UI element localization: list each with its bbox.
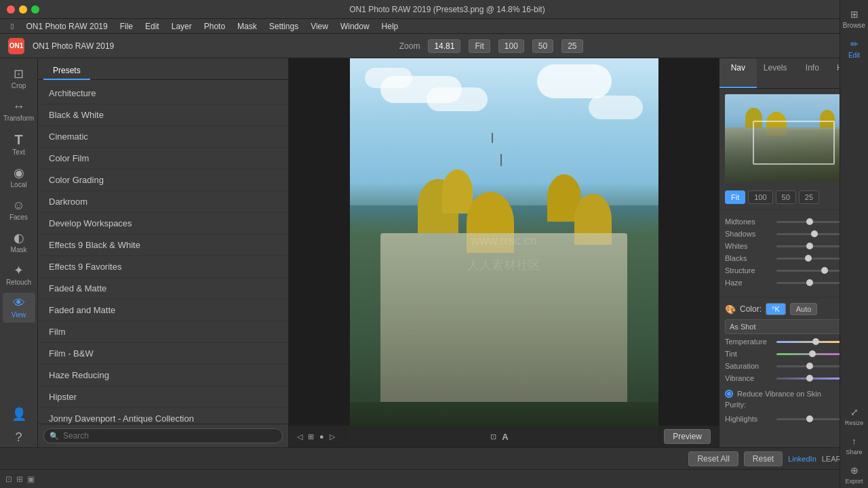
mask-icon: ◐ <box>14 232 24 244</box>
canvas-page-indicator: ● <box>319 432 324 441</box>
menu-view[interactable]: View <box>305 20 334 33</box>
local-tool[interactable]: ◉ Local <box>3 163 35 192</box>
presets-list: ArchitectureBlack & WhiteCinematicColor … <box>38 80 288 424</box>
preview-button[interactable]: Preview <box>664 429 711 444</box>
resize-label: Resize <box>845 420 864 426</box>
presets-search: 🔍 <box>38 424 288 447</box>
highlights-slider[interactable] <box>776 414 842 424</box>
canvas-left-btn[interactable]: ◁ <box>297 432 302 441</box>
crop-tool[interactable]: ⊡ Crop <box>3 64 35 94</box>
faces-label: Faces <box>9 214 28 221</box>
menu-file[interactable]: File <box>115 20 138 33</box>
list-item[interactable]: Effects 9 Black & White <box>38 235 288 256</box>
fit-btn-50[interactable]: 50 <box>776 190 796 204</box>
reset-all-btn[interactable]: Reset All <box>688 451 738 466</box>
haze-slider[interactable] <box>776 278 842 287</box>
menu-window[interactable]: Window <box>335 20 375 33</box>
maximize-button[interactable] <box>31 5 39 14</box>
list-item[interactable]: Jonny Davenport - Antique Collection <box>38 408 288 424</box>
view-icon: 👁 <box>13 297 25 309</box>
fit-btn-fit[interactable]: Fit <box>725 190 745 204</box>
list-item[interactable]: Film <box>38 321 288 343</box>
fit-btn-100[interactable]: 100 <box>748 190 772 204</box>
faces-tool[interactable]: ☺ Faces <box>3 195 35 225</box>
faces-icon: ☺ <box>12 199 24 211</box>
menu-mask[interactable]: Mask <box>232 20 262 33</box>
fit-btn[interactable]: Fit <box>469 39 490 53</box>
list-item[interactable]: Develop Workspaces <box>38 213 288 235</box>
whites-slider[interactable] <box>776 241 842 251</box>
menu-settings[interactable]: Settings <box>264 20 304 33</box>
main-toolbar: ON1 ON1 Photo RAW 2019 Zoom Fit 100 50 2… <box>0 34 868 58</box>
retouch-tool[interactable]: ✦ Retouch <box>3 260 35 290</box>
tab-levels[interactable]: Levels <box>757 58 794 88</box>
auto-btn[interactable]: Auto <box>790 303 818 315</box>
temperature-slider[interactable] <box>776 337 842 346</box>
tab-info[interactable]: Info <box>794 58 831 88</box>
search-input[interactable] <box>63 431 277 441</box>
kelvin-btn[interactable]: °K <box>766 303 786 315</box>
transform-icon: ↔ <box>13 100 25 113</box>
share-icon: ↑ <box>852 436 856 447</box>
menu-help[interactable]: Help <box>376 20 404 33</box>
color-label: Color: <box>740 304 762 314</box>
left-toolpanel: ⊡ Crop ↔ Transform T Text ◉ Local ☺ Face… <box>0 58 38 447</box>
menu-apple[interactable]:  <box>5 20 19 33</box>
fit-btn-25[interactable]: 25 <box>799 190 819 204</box>
list-item[interactable]: Faded and Matte <box>38 300 288 321</box>
list-item[interactable]: Cinematic <box>38 126 288 148</box>
menu-app[interactable]: ON1 Photo RAW 2019 <box>20 20 113 33</box>
saturation-slider[interactable] <box>776 361 842 371</box>
list-item[interactable]: Architecture <box>38 83 288 104</box>
text-tool[interactable]: T Text <box>3 129 35 160</box>
list-item[interactable]: Effects 9 Favorites <box>38 256 288 278</box>
resize-action[interactable]: ⤢ Resize <box>842 403 867 430</box>
view-tool[interactable]: 👁 View <box>3 293 35 323</box>
search-icon: 🔍 <box>50 432 59 441</box>
user-icon: 👤 <box>12 408 26 420</box>
close-button[interactable] <box>7 5 15 14</box>
tab-nav[interactable]: Nav <box>719 58 757 88</box>
local-label: Local <box>11 181 27 188</box>
presets-tab[interactable]: Presets <box>43 62 90 80</box>
retouch-icon: ✦ <box>14 264 24 277</box>
vibrance-label: Vibrance <box>725 374 772 382</box>
reset-btn[interactable]: Reset <box>744 451 783 466</box>
transform-tool[interactable]: ↔ Transform <box>3 96 35 126</box>
share-action[interactable]: ↑ Share <box>842 432 867 447</box>
edit-action[interactable]: ✏ Edit <box>842 58 867 62</box>
menu-layer[interactable]: Layer <box>166 20 197 33</box>
list-item[interactable]: Black & White <box>38 104 288 126</box>
user-icon-tool[interactable]: 👤 <box>3 404 35 424</box>
edit-label: Edit <box>848 58 860 59</box>
zoom-100-btn[interactable]: 100 <box>498 39 524 53</box>
shadows-slider[interactable] <box>776 229 842 239</box>
list-item[interactable]: Hipster <box>38 386 288 408</box>
list-item[interactable]: Darkroom <box>38 191 288 213</box>
list-item[interactable]: Color Grading <box>38 169 288 191</box>
list-item[interactable]: Haze Reducing <box>38 365 288 386</box>
window-title: ON1 Photo RAW 2019 (Presets3.png @ 14.8%… <box>45 5 850 14</box>
tint-slider[interactable] <box>776 349 842 359</box>
vibrance-slider[interactable] <box>776 373 842 383</box>
zoom-50-btn[interactable]: 50 <box>532 39 553 53</box>
reduce-vibrance-radio[interactable] <box>725 390 733 398</box>
midtones-slider[interactable] <box>776 217 842 226</box>
structure-slider[interactable] <box>776 266 842 275</box>
canvas-image: www.rrsc.cn人人素材社区 <box>350 58 658 447</box>
zoom-input[interactable] <box>428 39 460 53</box>
list-item[interactable]: Faded & Matte <box>38 278 288 300</box>
blacks-slider[interactable] <box>776 253 842 263</box>
zoom-25-btn[interactable]: 25 <box>561 39 583 53</box>
menubar:  ON1 Photo RAW 2019 File Edit Layer Pho… <box>0 19 868 34</box>
resize-icon: ⤢ <box>850 407 859 418</box>
menu-photo[interactable]: Photo <box>199 20 231 33</box>
list-item[interactable]: Color Film <box>38 148 288 169</box>
midtones-label: Midtones <box>725 218 772 226</box>
mask-tool[interactable]: ◐ Mask <box>3 228 35 258</box>
canvas-right-btn[interactable]: ▷ <box>330 432 335 441</box>
help-tool[interactable]: ? <box>3 427 35 447</box>
menu-edit[interactable]: Edit <box>140 20 165 33</box>
minimize-button[interactable] <box>19 5 27 14</box>
list-item[interactable]: Film - B&W <box>38 343 288 365</box>
